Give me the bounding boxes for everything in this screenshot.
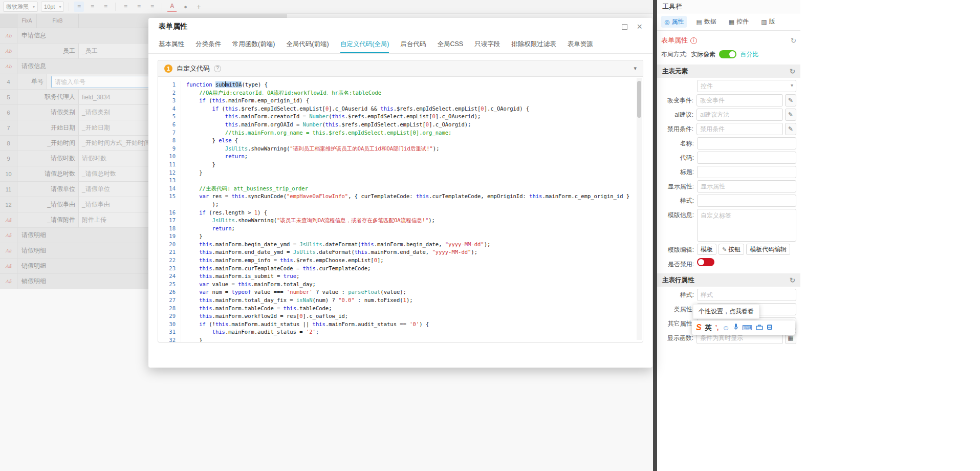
label-cell[interactable]: 单号 [17, 74, 47, 90]
code-lines: 1function submitOA(type) {2 //OA用户id:cre… [158, 81, 643, 342]
row-marker[interactable]: Aā [0, 243, 17, 259]
row-style-input[interactable] [697, 289, 796, 301]
refresh-icon[interactable]: ↻ [790, 276, 795, 284]
row-marker[interactable]: 5 [0, 90, 17, 105]
collapse-chevron-icon[interactable]: ▾ [634, 65, 637, 72]
template-info-textarea[interactable] [697, 209, 796, 242]
valign-top-icon[interactable]: ≡ [120, 2, 130, 12]
refresh-icon[interactable]: ↻ [791, 37, 796, 45]
label-cell[interactable]: _请假附件 [17, 212, 79, 228]
label-cell[interactable]: 请假单位 [17, 182, 79, 197]
change-event-input[interactable] [696, 94, 783, 106]
valign-middle-icon[interactable]: ≡ [134, 2, 144, 12]
docnum-input[interactable] [51, 76, 153, 88]
modal-tab[interactable]: 后台代码 [400, 35, 426, 53]
maximize-icon[interactable] [622, 24, 627, 30]
display-attr-input[interactable] [697, 180, 796, 192]
refresh-icon[interactable]: ↻ [790, 68, 795, 75]
modal-tab[interactable]: 表单资源 [568, 35, 593, 53]
custom-code-panel-header[interactable]: 1 自定义代码 ? ▾ [158, 60, 643, 77]
control-select[interactable]: ▾ [697, 80, 796, 92]
style-input[interactable] [697, 195, 796, 207]
label-cell[interactable]: 开始日期 [17, 120, 79, 136]
row-marker[interactable]: 7 [0, 120, 17, 136]
row-marker[interactable]: 4 [0, 74, 17, 90]
edit-icon[interactable]: ✎ [785, 109, 796, 121]
disable-condition-input[interactable] [696, 123, 783, 135]
ime-punctuation-icon[interactable]: ’, [715, 324, 719, 331]
label-cell[interactable]: 请假总时数 [17, 166, 79, 182]
row-marker[interactable]: Aā [0, 228, 17, 243]
font-family-select[interactable]: 微软雅黑 ▾ [3, 2, 38, 12]
row-props-section-header[interactable]: 主表行属性 ↻ [657, 273, 800, 287]
font-size-select[interactable]: 10pt ▾ [41, 2, 64, 12]
control-input[interactable] [697, 80, 796, 92]
modal-tab[interactable]: 排除权限过滤表 [511, 35, 556, 53]
ai-suggest-input[interactable] [696, 109, 783, 121]
code-editor[interactable]: 1function submitOA(type) {2 //OA用户id:cre… [158, 77, 643, 342]
sidebar-tab-data[interactable]: ▤数据 [693, 16, 719, 28]
disabled-toggle[interactable] [697, 258, 714, 266]
code-input[interactable] [697, 152, 796, 164]
edit-icon[interactable]: ✎ [785, 94, 796, 106]
row-marker[interactable]: 12 [0, 197, 17, 212]
skin-icon[interactable] [767, 324, 773, 332]
ime-language-toggle[interactable]: 英 [705, 323, 712, 332]
add-icon[interactable]: + [193, 2, 204, 12]
toolbox-icon[interactable] [756, 324, 763, 332]
row-marker[interactable]: Aā [0, 274, 17, 289]
code-text: this.mainForm.emp_info = this.$refs.empC… [181, 256, 643, 265]
close-icon[interactable]: × [637, 22, 642, 31]
row-marker[interactable]: 10 [0, 166, 17, 182]
modal-tab[interactable]: 全局CSS [437, 35, 463, 53]
fill-color-icon[interactable]: ● [180, 2, 190, 12]
template-edit-button[interactable]: 模板 [697, 244, 716, 255]
row-marker[interactable]: Ab [0, 59, 17, 74]
row-marker[interactable]: 6 [0, 105, 17, 120]
sidebar-tab-version[interactable]: ▥版 [758, 16, 778, 28]
main-table-section-header[interactable]: 主表元素 ↻ [657, 65, 800, 78]
ime-logo-icon[interactable]: S [696, 323, 702, 332]
modal-tab[interactable]: 只读字段 [474, 35, 500, 53]
sidebar-tab-widgets[interactable]: ▦控件 [726, 16, 752, 28]
label-cell[interactable]: 请假类别 [17, 105, 79, 120]
font-color-icon[interactable]: A [167, 2, 177, 12]
align-right-icon[interactable]: ≡ [100, 2, 111, 12]
modal-tab[interactable]: 常用函数(前端) [232, 35, 275, 53]
field-row-control: ▾ [661, 80, 796, 92]
line-number: 19 [158, 232, 181, 241]
layout-mode-toggle[interactable] [719, 50, 736, 58]
name-input[interactable] [697, 137, 796, 149]
microphone-icon[interactable] [733, 324, 738, 332]
modal-tab[interactable]: 自定义代码(全局) [340, 35, 389, 53]
edit-icon[interactable]: ✎ [785, 123, 796, 135]
align-left-icon[interactable]: ≡ [74, 2, 84, 12]
align-center-icon[interactable]: ≡ [87, 2, 97, 12]
modal-tab[interactable]: 分类条件 [195, 35, 221, 53]
code-text: var value = this.mainForm.total_day; [181, 281, 643, 289]
label-cell[interactable]: _开始时间 [17, 136, 79, 151]
modal-tab[interactable]: 全局代码(前端) [286, 35, 329, 53]
emoji-icon[interactable]: ☺ [722, 324, 729, 332]
title-input[interactable] [697, 166, 796, 178]
editor-scrollbar[interactable] [637, 78, 642, 340]
label-cell[interactable]: _请假事由 [17, 197, 79, 212]
modal-tab[interactable]: 基本属性 [159, 35, 184, 53]
template-edit-button[interactable]: 模板代码编辑 [746, 244, 790, 255]
row-marker[interactable]: Ab [0, 44, 17, 59]
help-icon[interactable]: ? [214, 65, 221, 72]
label-cell[interactable]: 职务代理人 [17, 90, 79, 105]
label-cell[interactable]: 员工 [17, 44, 79, 59]
keyboard-icon[interactable]: ⌨ [742, 324, 752, 332]
row-marker[interactable]: Ab [0, 28, 17, 44]
row-marker[interactable]: 8 [0, 136, 17, 151]
template-edit-button[interactable]: ✎按钮 [718, 244, 744, 255]
label-cell[interactable]: 请假时数 [17, 151, 79, 166]
sidebar-tab-props[interactable]: ◎属性 [661, 16, 687, 28]
scrollbar-thumb[interactable] [637, 81, 641, 118]
row-marker[interactable]: Aā [0, 212, 17, 228]
valign-bottom-icon[interactable]: ≡ [147, 2, 157, 12]
row-marker[interactable]: 9 [0, 151, 17, 166]
row-marker[interactable]: 11 [0, 182, 17, 197]
row-marker[interactable]: Aā [0, 259, 17, 274]
